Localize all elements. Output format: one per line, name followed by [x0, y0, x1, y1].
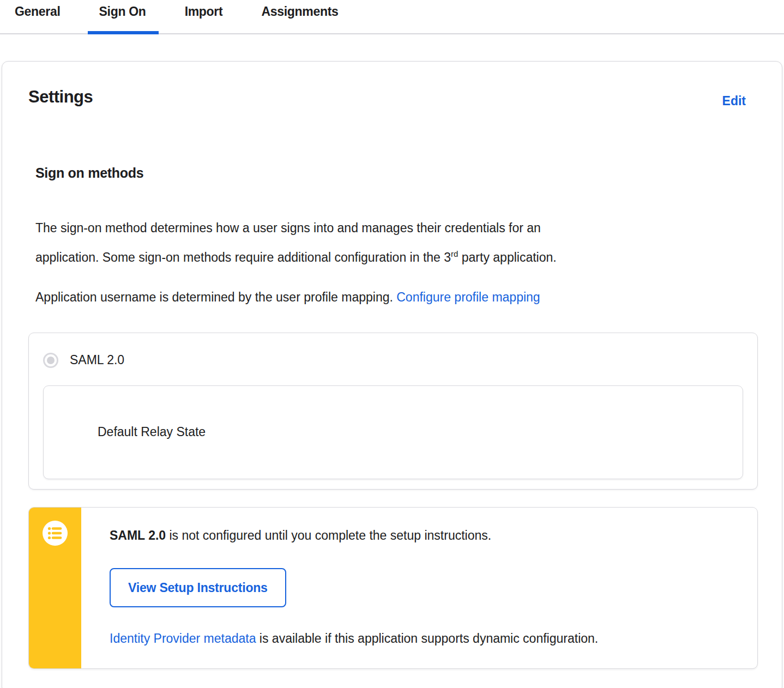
saml-option-box: SAML 2.0 Default Relay State [28, 333, 758, 490]
app-tabbar: General Sign On Import Assignments [0, 0, 784, 34]
sign-on-methods-heading: Sign on methods [35, 165, 758, 181]
metadata-line: Identity Provider metadata is available … [110, 630, 735, 647]
description-line2-pre: application. Some sign-on methods requir… [35, 250, 451, 264]
description-superscript: rd [451, 249, 458, 258]
settings-card-header: Settings Edit [28, 87, 758, 108]
view-setup-instructions-button[interactable]: View Setup Instructions [110, 568, 286, 607]
callout-message: SAML 2.0 is not configured until you com… [110, 527, 735, 544]
sign-on-methods-description: The sign-on method determines how a user… [35, 215, 739, 270]
callout-warning-stripe [29, 508, 81, 668]
tab-import[interactable]: Import [185, 0, 223, 33]
description-line2-post: party application. [458, 250, 556, 264]
default-relay-state-field: Default Relay State [43, 385, 743, 479]
tab-general[interactable]: General [15, 0, 61, 33]
edit-link[interactable]: Edit [722, 94, 746, 108]
metadata-line-rest: is available if this application support… [256, 631, 598, 645]
username-mapping-text: Application username is determined by th… [35, 284, 739, 310]
saml-radio-dot [47, 357, 55, 364]
list-icon [43, 521, 68, 546]
callout-message-rest: is not configured until you complete the… [166, 528, 491, 542]
tab-assignments[interactable]: Assignments [261, 0, 338, 33]
saml-radio-button[interactable] [43, 353, 58, 368]
saml-setup-callout: SAML 2.0 is not configured until you com… [28, 507, 758, 669]
saml-radio-row: SAML 2.0 [43, 353, 743, 368]
callout-body: SAML 2.0 is not configured until you com… [81, 508, 757, 668]
saml-radio-label: SAML 2.0 [70, 353, 124, 367]
username-mapping-static: Application username is determined by th… [35, 290, 396, 304]
configure-profile-mapping-link[interactable]: Configure profile mapping [396, 290, 540, 304]
identity-provider-metadata-link[interactable]: Identity Provider metadata [110, 631, 256, 645]
default-relay-state-label: Default Relay State [98, 425, 206, 439]
page-title: Settings [28, 87, 93, 107]
tab-sign-on[interactable]: Sign On [99, 0, 146, 33]
settings-card: Settings Edit Sign on methods The sign-o… [2, 61, 782, 688]
description-line1: The sign-on method determines how a user… [35, 221, 541, 235]
callout-message-bold: SAML 2.0 [110, 528, 166, 542]
